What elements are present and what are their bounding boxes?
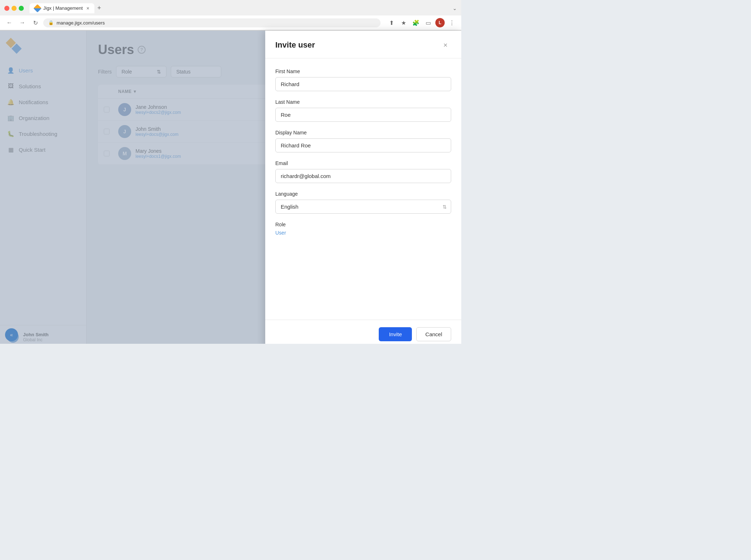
role-link[interactable]: User bbox=[275, 230, 286, 236]
browser-toolbar: ← → ↻ 🔒 manage.jigx.com/users ⬆ ★ 🧩 ▭ L … bbox=[0, 15, 461, 30]
display-name-label: Display Name bbox=[275, 130, 451, 135]
role-label: Role bbox=[275, 222, 451, 227]
minimize-traffic-light[interactable] bbox=[12, 6, 17, 11]
sidebar-toggle-btn[interactable]: ▭ bbox=[423, 18, 433, 28]
first-name-group: First Name bbox=[275, 68, 451, 91]
language-group: Language English Spanish French German J… bbox=[275, 191, 451, 214]
close-traffic-light[interactable] bbox=[4, 6, 9, 11]
url-display: manage.jigx.com/users bbox=[57, 20, 105, 26]
back-btn[interactable]: ← bbox=[4, 18, 14, 28]
refresh-btn[interactable]: ↻ bbox=[30, 18, 40, 28]
modal-body: First Name Last Name Display Name Email … bbox=[265, 58, 461, 320]
extensions-btn[interactable]: 🧩 bbox=[411, 18, 421, 28]
tab-close-btn[interactable]: × bbox=[86, 5, 89, 11]
tab-favicon bbox=[34, 4, 42, 12]
last-name-input[interactable] bbox=[275, 108, 451, 122]
lock-icon: 🔒 bbox=[48, 20, 54, 25]
invite-button[interactable]: Invite bbox=[379, 327, 412, 341]
email-input[interactable] bbox=[275, 169, 451, 183]
browser-chrome: Jigx | Management × + ⌄ ← → ↻ 🔒 manage.j… bbox=[0, 0, 461, 31]
tab-bar: Jigx | Management × + ⌄ bbox=[30, 3, 457, 13]
modal-close-btn[interactable]: × bbox=[440, 39, 451, 51]
menu-btn[interactable]: ⋮ bbox=[447, 18, 457, 28]
last-name-group: Last Name bbox=[275, 99, 451, 122]
address-bar[interactable]: 🔒 manage.jigx.com/users bbox=[43, 18, 381, 27]
browser-titlebar: Jigx | Management × + ⌄ bbox=[0, 0, 461, 15]
bookmark-btn[interactable]: ★ bbox=[399, 18, 409, 28]
email-label: Email bbox=[275, 160, 451, 166]
maximize-traffic-light[interactable] bbox=[19, 6, 24, 11]
new-tab-btn[interactable]: + bbox=[96, 3, 103, 13]
share-btn[interactable]: ⬆ bbox=[386, 18, 396, 28]
language-select[interactable]: English Spanish French German Japanese bbox=[275, 200, 451, 214]
first-name-label: First Name bbox=[275, 68, 451, 74]
active-tab[interactable]: Jigx | Management × bbox=[30, 3, 94, 13]
language-select-wrapper: English Spanish French German Japanese bbox=[275, 200, 451, 214]
tab-list-chevron[interactable]: ⌄ bbox=[453, 5, 457, 11]
modal-title: Invite user bbox=[275, 40, 315, 50]
display-name-group: Display Name bbox=[275, 130, 451, 152]
tab-title: Jigx | Management bbox=[43, 5, 83, 11]
app-container: 👤 Users 🖼 Solutions 🔔 Notifications 🏢 Or… bbox=[0, 31, 461, 344]
email-group: Email bbox=[275, 160, 451, 183]
display-name-input[interactable] bbox=[275, 138, 451, 152]
invite-user-modal: Invite user × First Name Last Name Displ… bbox=[265, 31, 461, 344]
traffic-lights bbox=[4, 6, 24, 11]
first-name-input[interactable] bbox=[275, 77, 451, 91]
modal-footer: Invite Cancel bbox=[265, 320, 461, 344]
language-label: Language bbox=[275, 191, 451, 197]
forward-btn[interactable]: → bbox=[17, 18, 27, 28]
profile-avatar[interactable]: L bbox=[435, 18, 445, 27]
last-name-label: Last Name bbox=[275, 99, 451, 105]
modal-header: Invite user × bbox=[265, 31, 461, 58]
cancel-button[interactable]: Cancel bbox=[416, 327, 451, 341]
role-group: Role User bbox=[275, 222, 451, 236]
toolbar-actions: ⬆ ★ 🧩 ▭ L ⋮ bbox=[386, 18, 457, 28]
